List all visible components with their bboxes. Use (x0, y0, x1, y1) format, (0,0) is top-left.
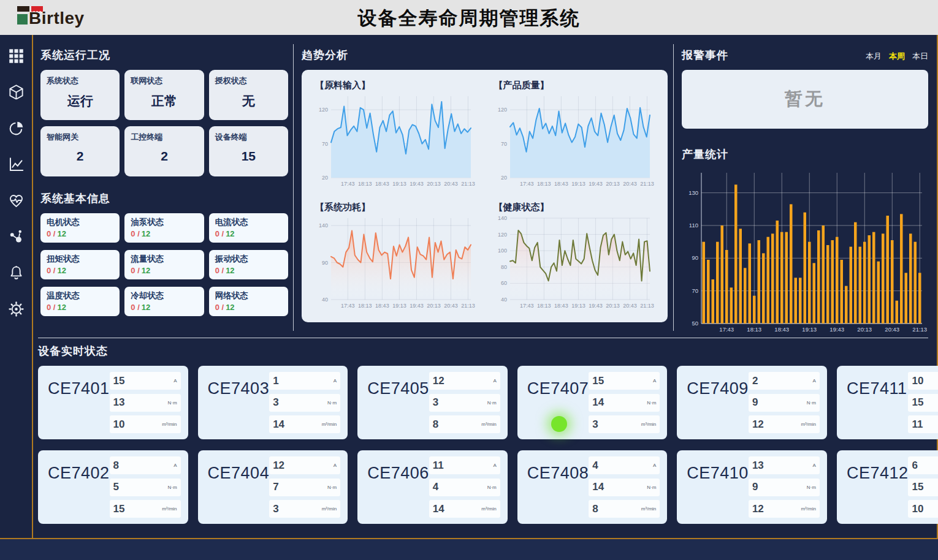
tab-this-month[interactable]: 本月 (866, 51, 882, 62)
tab-this-week[interactable]: 本周 (889, 51, 905, 62)
flow-value: 12 (752, 503, 764, 515)
info-card[interactable]: 电机状态 0 /12 (40, 213, 120, 243)
svg-text:120: 120 (319, 107, 328, 113)
sidebar-item-settings[interactable] (7, 300, 25, 317)
svg-text:18:13: 18:13 (747, 326, 761, 333)
info-card[interactable]: 冷却状态 0 /12 (124, 287, 204, 316)
sidebar-item-health[interactable] (7, 192, 25, 209)
sidebar-item-alerts[interactable] (7, 264, 25, 281)
torque-unit: N·m (487, 485, 497, 490)
torque-value: 3 (433, 396, 438, 409)
device-card[interactable]: CE7402 8 A 5 N·m 15 m³/min (38, 450, 188, 524)
device-values: 8 A 5 N·m 15 m³/min (110, 456, 181, 518)
device-name: CE7405 (367, 372, 429, 433)
info-card[interactable]: 电流状态 0 /12 (209, 213, 288, 243)
info-card-counts: 0 /12 (47, 229, 113, 238)
device-card[interactable]: CE7412 6 A 15 N·m 10 m³/min (837, 450, 938, 524)
info-card[interactable]: 流量状态 0 /12 (124, 250, 204, 279)
chart-system-power: 【系统功耗】 409014017:4318:1318:4319:1319:432… (314, 199, 477, 315)
sidebar-item-trends[interactable] (7, 156, 25, 173)
device-values: 15 A 13 N·m 10 m³/min (110, 372, 181, 433)
device-card[interactable]: CE7404 12 A 7 N·m 3 m³/min (198, 450, 348, 524)
status-card[interactable]: 系统状态 运行 (40, 70, 120, 120)
section-title-alarm: 报警事件 (682, 48, 728, 62)
alarm-count: 0 / (131, 266, 139, 275)
torque-value: 14 (592, 481, 604, 493)
info-card[interactable]: 振动状态 0 /12 (209, 250, 288, 279)
device-torque-row: 14 N·m (589, 394, 660, 412)
svg-text:60: 60 (500, 280, 506, 286)
svg-text:20:43: 20:43 (444, 303, 458, 309)
status-card[interactable]: 智能网关 2 (40, 126, 120, 176)
flow-value: 8 (433, 418, 438, 431)
device-card[interactable]: CE7406 11 A 4 N·m 14 m³/min (357, 450, 508, 524)
torque-value: 15 (912, 481, 923, 493)
device-card[interactable]: CE7410 13 A 9 N·m 12 m³/min (677, 450, 827, 524)
device-grid: CE7401 15 A 13 N·m 10 m³/min (38, 366, 928, 524)
product-quality-chart: 207012017:4318:1318:4319:1319:4320:1320:… (493, 93, 655, 187)
device-current-row: 11 A (429, 456, 500, 474)
svg-text:120: 120 (497, 232, 506, 238)
sidebar-item-model[interactable] (7, 83, 25, 100)
svg-text:19:43: 19:43 (410, 181, 424, 187)
device-flow-row: 14 m³/min (429, 500, 500, 518)
svg-text:19:43: 19:43 (829, 326, 844, 333)
health-heart-icon (8, 192, 25, 209)
device-current-row: 12 A (429, 372, 500, 390)
device-card[interactable]: CE7408 4 A 14 N·m 8 m³/min (517, 450, 668, 524)
sidebar-item-analytics[interactable] (7, 119, 25, 137)
current-unit: A (334, 378, 337, 384)
current-unit: A (653, 378, 656, 384)
torque-unit: N·m (167, 400, 177, 406)
svg-text:90: 90 (692, 254, 698, 261)
chart-title: 【产品质量】 (494, 80, 656, 91)
device-name: CE7410 (687, 456, 749, 518)
status-card[interactable]: 设备终端 15 (209, 126, 288, 176)
chart-title: 【系统功耗】 (315, 202, 477, 213)
current-unit: A (173, 378, 177, 384)
device-card[interactable]: CE7403 1 A 3 N·m 14 m³/min (198, 366, 348, 439)
device-current-row: 2 A (749, 372, 820, 390)
device-values: 13 A 9 N·m 12 m³/min (749, 456, 820, 518)
flow-value: 3 (592, 418, 598, 431)
device-card[interactable]: CE7405 12 A 3 N·m 8 m³/min (357, 366, 508, 439)
svg-text:18:13: 18:13 (358, 303, 372, 309)
torque-value: 9 (752, 481, 758, 493)
device-name: CE7406 (367, 456, 429, 518)
alarm-period-tabs: 本月 本周 本日 (866, 51, 928, 62)
sidebar-item-apps[interactable] (7, 47, 25, 64)
info-card-label: 电机状态 (47, 217, 113, 228)
device-card[interactable]: CE7409 2 A 9 N·m 12 m³/min (677, 366, 827, 439)
svg-text:20:13: 20:13 (857, 326, 872, 333)
section-title-production: 产量统计 (682, 147, 928, 162)
info-card[interactable]: 温度状态 0 /12 (40, 287, 120, 316)
info-card[interactable]: 网络状态 0 /12 (209, 287, 288, 316)
current-value: 12 (273, 460, 284, 472)
bell-icon (8, 265, 25, 281)
status-card[interactable]: 工控终端 2 (124, 126, 204, 176)
info-card-label: 扭矩状态 (47, 254, 113, 265)
status-card[interactable]: 联网状态 正常 (124, 70, 204, 120)
svg-text:19:13: 19:13 (571, 303, 585, 309)
tab-today[interactable]: 本日 (912, 51, 928, 62)
torque-value: 15 (912, 396, 923, 409)
device-card[interactable]: CE7407 15 A 14 N·m 3 m³/min (517, 366, 668, 439)
info-card[interactable]: 扭矩状态 0 /12 (40, 250, 120, 279)
svg-text:140: 140 (497, 215, 506, 221)
torque-unit: N·m (487, 400, 497, 406)
svg-text:18:43: 18:43 (774, 326, 789, 333)
status-card[interactable]: 授权状态 无 (209, 70, 288, 120)
current-unit: A (653, 463, 656, 468)
alarm-count: 0 / (215, 229, 224, 238)
device-card[interactable]: CE7411 10 A 15 N·m 11 m³/min (837, 366, 938, 439)
network-nodes-icon (8, 229, 25, 245)
sidebar-item-network[interactable] (7, 228, 25, 245)
status-card-label: 设备终端 (215, 132, 282, 143)
torque-value: 14 (592, 396, 604, 409)
device-card[interactable]: CE7401 15 A 13 N·m 10 m³/min (38, 366, 188, 439)
sidebar-nav (0, 35, 33, 538)
svg-text:120: 120 (497, 107, 506, 113)
active-indicator-dot (551, 416, 567, 432)
info-card[interactable]: 油泵状态 0 /12 (124, 213, 204, 243)
alarm-count: 0 / (47, 266, 55, 275)
